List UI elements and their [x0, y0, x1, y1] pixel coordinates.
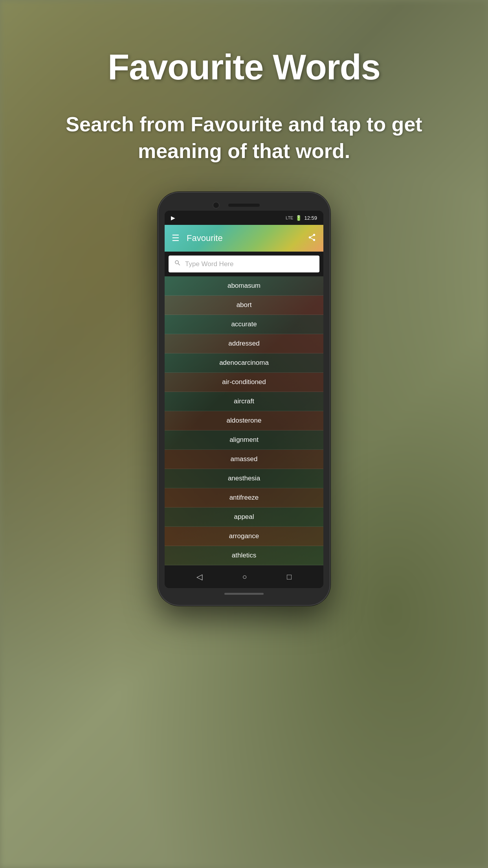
- phone-mockup: ▶ LTE 🔋 12:59 ☰ Favourite: [158, 192, 330, 606]
- word-list-item[interactable]: aldosterone: [165, 411, 323, 430]
- page-title: Favourite Words: [108, 47, 380, 88]
- word-list-item[interactable]: addressed: [165, 334, 323, 353]
- word-list-item[interactable]: abomasum: [165, 276, 323, 296]
- word-list-item[interactable]: adenocarcinoma: [165, 353, 323, 373]
- status-battery: 🔋: [295, 215, 302, 221]
- app-bar-title: Favourite: [187, 233, 308, 243]
- phone-screen: ▶ LTE 🔋 12:59 ☰ Favourite: [165, 211, 323, 588]
- word-list-item[interactable]: amassed: [165, 450, 323, 469]
- word-list-item[interactable]: abort: [165, 296, 323, 315]
- word-list-item[interactable]: appeal: [165, 508, 323, 527]
- status-signal: LTE: [286, 215, 293, 220]
- phone-camera: [213, 202, 220, 209]
- word-list-item[interactable]: arrogance: [165, 527, 323, 546]
- phone-speaker: [228, 204, 260, 207]
- word-list-container: abomasumabortaccurateaddressedadenocarci…: [165, 276, 323, 565]
- nav-recent-button[interactable]: □: [287, 572, 292, 581]
- word-list-item[interactable]: anesthesia: [165, 469, 323, 488]
- status-time: 12:59: [304, 215, 317, 221]
- word-list-item[interactable]: alignment: [165, 430, 323, 450]
- phone-nav: ◁ ○ □: [165, 565, 323, 588]
- word-list-item[interactable]: aircraft: [165, 392, 323, 411]
- status-bar: ▶ LTE 🔋 12:59: [165, 211, 323, 225]
- nav-home-button[interactable]: ○: [242, 572, 247, 581]
- word-list-item[interactable]: accurate: [165, 315, 323, 334]
- share-icon[interactable]: [308, 233, 316, 244]
- app-bar: ☰ Favourite: [165, 225, 323, 252]
- phone-top-sensors: [165, 199, 323, 211]
- word-list: abomasumabortaccurateaddressedadenocarci…: [165, 276, 323, 565]
- search-placeholder: Type Word Here: [185, 260, 314, 268]
- home-indicator: [224, 593, 264, 595]
- status-play-icon: ▶: [171, 215, 175, 221]
- word-list-item[interactable]: athletics: [165, 546, 323, 565]
- search-icon: [174, 259, 181, 268]
- menu-icon[interactable]: ☰: [172, 233, 180, 243]
- phone-bottom-bar: [165, 588, 323, 599]
- nav-back-button[interactable]: ◁: [196, 572, 202, 581]
- search-bar[interactable]: Type Word Here: [169, 256, 319, 272]
- page-subtitle: Search from Favourite and tap to get mea…: [0, 111, 488, 164]
- word-list-item[interactable]: antifreeze: [165, 488, 323, 508]
- word-list-item[interactable]: air-conditioned: [165, 373, 323, 392]
